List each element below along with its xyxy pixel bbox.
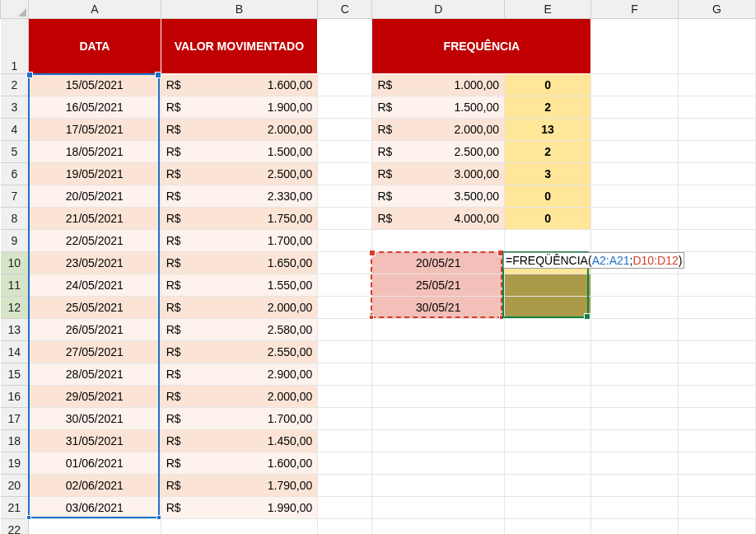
cell-b20[interactable]: R$1.790,00 bbox=[161, 474, 318, 496]
header-valor[interactable]: VALOR MOVIMENTADO bbox=[161, 18, 318, 73]
row-header-4[interactable]: 4 bbox=[1, 118, 29, 140]
cell-g12[interactable] bbox=[678, 296, 755, 318]
cell-d5[interactable]: R$2.500,00 bbox=[372, 140, 505, 162]
cell-a20[interactable]: 02/06/2021 bbox=[29, 474, 161, 496]
cell-e6[interactable]: 3 bbox=[504, 162, 590, 185]
row-header-10[interactable]: 10 bbox=[1, 251, 29, 274]
cell-b10[interactable]: R$1.650,00 bbox=[161, 251, 318, 274]
cell-f15[interactable] bbox=[591, 363, 678, 385]
cell-c13[interactable] bbox=[318, 318, 372, 340]
cell-a12[interactable]: 25/05/2021 bbox=[29, 296, 161, 318]
cell-g11[interactable] bbox=[678, 274, 755, 296]
cell-b7[interactable]: R$2.330,00 bbox=[161, 185, 318, 207]
cell-a8[interactable]: 21/05/2021 bbox=[29, 207, 161, 229]
col-header-a[interactable]: A bbox=[29, 0, 161, 18]
cell-g22[interactable] bbox=[678, 518, 755, 534]
cell-a10[interactable]: 23/05/2021 bbox=[29, 251, 161, 274]
cell-e12[interactable] bbox=[504, 296, 590, 318]
cell-f8[interactable] bbox=[591, 207, 678, 229]
cell-c11[interactable] bbox=[318, 274, 372, 296]
cell-a2[interactable]: 15/05/2021 bbox=[29, 73, 161, 96]
cell-b8[interactable]: R$1.750,00 bbox=[161, 207, 318, 229]
cell-a14[interactable]: 27/05/2021 bbox=[29, 340, 161, 363]
cell-g13[interactable] bbox=[678, 318, 755, 340]
col-header-f[interactable]: F bbox=[591, 0, 678, 18]
cell-c4[interactable] bbox=[318, 118, 372, 140]
cell-c17[interactable] bbox=[318, 407, 372, 429]
cell-b18[interactable]: R$1.450,00 bbox=[161, 429, 318, 452]
cell-b17[interactable]: R$1.700,00 bbox=[161, 407, 318, 429]
cell-a7[interactable]: 20/05/2021 bbox=[29, 185, 161, 207]
cell-b11[interactable]: R$1.550,00 bbox=[161, 274, 318, 296]
cell-f19[interactable] bbox=[591, 452, 678, 474]
col-header-d[interactable]: D bbox=[372, 0, 505, 18]
cell-f9[interactable] bbox=[591, 229, 678, 251]
cell-f3[interactable] bbox=[591, 96, 678, 118]
cell-a17[interactable]: 30/05/2021 bbox=[29, 407, 161, 429]
cell-d14[interactable] bbox=[372, 340, 505, 363]
cell-a13[interactable]: 26/05/2021 bbox=[29, 318, 161, 340]
cell-c3[interactable] bbox=[318, 96, 372, 118]
row-header-1[interactable]: 1 bbox=[1, 18, 29, 73]
cell-d4[interactable]: R$2.000,00 bbox=[372, 118, 505, 140]
cell-e2[interactable]: 0 bbox=[504, 73, 590, 96]
cell-b6[interactable]: R$2.500,00 bbox=[161, 162, 318, 185]
cell-e17[interactable] bbox=[504, 407, 590, 429]
cell-d9[interactable] bbox=[372, 229, 505, 251]
cell-c15[interactable] bbox=[318, 363, 372, 385]
row-header-21[interactable]: 21 bbox=[1, 496, 29, 518]
cell-g16[interactable] bbox=[678, 385, 755, 407]
row-header-7[interactable]: 7 bbox=[1, 185, 29, 207]
col-header-g[interactable]: G bbox=[678, 0, 755, 18]
cell-b21[interactable]: R$1.990,00 bbox=[161, 496, 318, 518]
row-header-14[interactable]: 14 bbox=[1, 340, 29, 363]
row-header-19[interactable]: 19 bbox=[1, 452, 29, 474]
cell-e9[interactable] bbox=[504, 229, 590, 251]
cell-b4[interactable]: R$2.000,00 bbox=[161, 118, 318, 140]
select-all-corner[interactable] bbox=[1, 0, 29, 18]
cell-g14[interactable] bbox=[678, 340, 755, 363]
cell-f17[interactable] bbox=[591, 407, 678, 429]
cell-d12[interactable]: 30/05/21 bbox=[372, 296, 505, 318]
cell-c1[interactable] bbox=[318, 18, 372, 73]
cell-d8[interactable]: R$4.000,00 bbox=[372, 207, 505, 229]
cell-c16[interactable] bbox=[318, 385, 372, 407]
cell-a5[interactable]: 18/05/2021 bbox=[29, 140, 161, 162]
row-header-15[interactable]: 15 bbox=[1, 363, 29, 385]
cell-b3[interactable]: R$1.900,00 bbox=[161, 96, 318, 118]
cell-c14[interactable] bbox=[318, 340, 372, 363]
cell-d10[interactable]: 20/05/21 bbox=[372, 251, 505, 274]
cell-c2[interactable] bbox=[318, 73, 372, 96]
cell-c6[interactable] bbox=[318, 162, 372, 185]
cell-c19[interactable] bbox=[318, 452, 372, 474]
cell-f16[interactable] bbox=[591, 385, 678, 407]
cell-b9[interactable]: R$1.700,00 bbox=[161, 229, 318, 251]
cell-g18[interactable] bbox=[678, 429, 755, 452]
cell-a21[interactable]: 03/06/2021 bbox=[29, 496, 161, 518]
row-header-8[interactable]: 8 bbox=[1, 207, 29, 229]
cell-a3[interactable]: 16/05/2021 bbox=[29, 96, 161, 118]
row-header-17[interactable]: 17 bbox=[1, 407, 29, 429]
cell-e22[interactable] bbox=[504, 518, 590, 534]
cell-f14[interactable] bbox=[591, 340, 678, 363]
cell-e11[interactable] bbox=[504, 274, 590, 296]
cell-e8[interactable]: 0 bbox=[504, 207, 590, 229]
cell-d11[interactable]: 25/05/21 bbox=[372, 274, 505, 296]
cell-c9[interactable] bbox=[318, 229, 372, 251]
cell-b12[interactable]: R$2.000,00 bbox=[161, 296, 318, 318]
row-header-5[interactable]: 5 bbox=[1, 140, 29, 162]
cell-c22[interactable] bbox=[318, 518, 372, 534]
cell-f12[interactable] bbox=[591, 296, 678, 318]
row-header-3[interactable]: 3 bbox=[1, 96, 29, 118]
cell-g7[interactable] bbox=[678, 185, 755, 207]
cell-e7[interactable]: 0 bbox=[504, 185, 590, 207]
col-header-e[interactable]: E bbox=[504, 0, 590, 18]
row-header-13[interactable]: 13 bbox=[1, 318, 29, 340]
cell-b16[interactable]: R$2.000,00 bbox=[161, 385, 318, 407]
row-header-20[interactable]: 20 bbox=[1, 474, 29, 496]
cell-f5[interactable] bbox=[591, 140, 678, 162]
cell-f21[interactable] bbox=[591, 496, 678, 518]
cell-g1[interactable] bbox=[678, 18, 755, 73]
cell-b5[interactable]: R$1.500,00 bbox=[161, 140, 318, 162]
cell-e16[interactable] bbox=[504, 385, 590, 407]
